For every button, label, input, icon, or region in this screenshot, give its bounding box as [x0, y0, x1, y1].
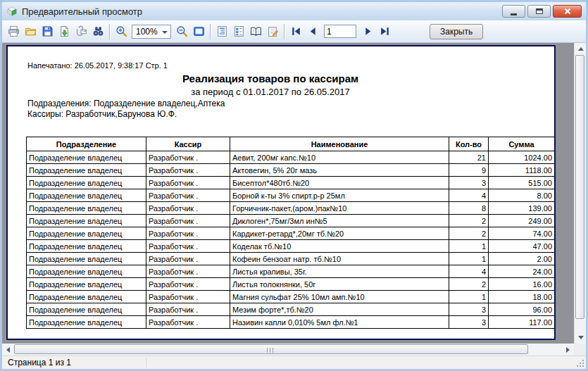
arrow-right-icon [566, 347, 570, 353]
first-page-button[interactable] [287, 23, 304, 40]
table-cell: 3 [449, 316, 489, 329]
prev-page-button[interactable] [304, 23, 321, 40]
table-cell: Подразделение владелец [27, 227, 146, 240]
table-cell: Називин капли 0,010% 5мл фл.№1 [230, 316, 449, 329]
minimize-button[interactable] [502, 5, 525, 18]
scrollbar-corner [574, 344, 586, 356]
print-button[interactable] [5, 23, 22, 40]
edit-page-button[interactable] [264, 23, 281, 40]
statusbar: Страница 1 из 1 [2, 356, 586, 369]
book-view-button[interactable] [247, 23, 264, 40]
table-cell: 1 [449, 291, 489, 303]
report-subtitle: за период с 01.01.2017 по 26.05.2017 [8, 87, 533, 97]
table-cell: Подразделение владелец [27, 253, 146, 265]
minimize-icon [511, 13, 517, 15]
table-cell: Подразделение владелец [27, 291, 146, 303]
table-cell: Разработчик . [146, 177, 230, 189]
table-cell: Подразделение владелец [27, 265, 146, 278]
outline-icon [216, 25, 228, 37]
table-cell: Подразделение владелец [27, 278, 146, 291]
table-cell: Кардикет-ретард*,20мг тб.№20 [230, 227, 449, 240]
table-cell: 9 [449, 164, 489, 177]
scroll-down-button[interactable] [575, 332, 587, 344]
divisions-line: Подразделения: Подразделение владелец,Ап… [27, 99, 225, 108]
close-preview-button[interactable]: Закрыть [430, 24, 483, 39]
table-cell: 2 [449, 278, 489, 291]
table-cell: Подразделение владелец [27, 303, 146, 316]
thumbnails-button[interactable] [230, 23, 247, 40]
table-cell: Разработчик . [146, 303, 230, 316]
table-cell: 8 [449, 202, 489, 215]
maximize-icon [536, 8, 543, 14]
outline-button[interactable] [213, 23, 230, 40]
table-cell: 1024.00 [489, 151, 555, 164]
printed-stamp: Напечатано: 26.05.2017, 9:38:17 Стр. 1 [27, 61, 168, 70]
close-window-button[interactable] [553, 5, 582, 18]
scroll-right-button[interactable] [562, 344, 574, 356]
table-cell: Борной к-ты 3% спирт.р-р 25мл [230, 189, 449, 202]
toolbar-separator [109, 24, 110, 39]
table-row: Подразделение владелецРазработчик .Листь… [27, 278, 555, 291]
scroll-left-button[interactable] [2, 344, 14, 356]
next-page-icon [362, 25, 374, 37]
email-button[interactable] [73, 23, 89, 40]
report-title: Реализация товаров по кассирам [8, 73, 533, 84]
table-row: Подразделение владелецРазработчик .Листь… [27, 265, 555, 278]
table-cell: 8.00 [489, 189, 555, 202]
toolbar-separator [210, 24, 211, 39]
table-cell: 1 [449, 253, 489, 265]
scroll-up-button[interactable] [575, 43, 587, 55]
table-cell: Подразделение владелец [27, 215, 146, 227]
print-icon [8, 25, 20, 37]
maximize-button[interactable] [527, 5, 551, 18]
table-row: Подразделение владелецРазработчик .Магни… [27, 291, 555, 303]
export-icon [58, 25, 70, 37]
close-icon [564, 8, 571, 15]
open-button[interactable] [22, 23, 39, 40]
last-page-icon [379, 25, 391, 37]
zoom-out-button[interactable] [173, 23, 190, 40]
export-button[interactable] [56, 23, 73, 40]
table-cell: Аевит, 200мг капс.№10 [230, 151, 449, 164]
table-cell: 74.00 [489, 227, 555, 240]
table-cell: 18.00 [489, 291, 555, 303]
resize-grip[interactable] [582, 365, 584, 367]
table-cell: Разработчик . [146, 240, 230, 253]
table-cell: Подразделение владелец [27, 177, 146, 189]
last-page-button[interactable] [376, 23, 393, 40]
horizontal-scrollbar-thumb[interactable] [14, 344, 528, 354]
table-row: Подразделение владелецРазработчик .Кофеи… [27, 253, 555, 265]
table-cell: Бисептол*480тб.№20 [230, 177, 449, 189]
book-view-icon [250, 25, 262, 37]
table-cell: Кофеин бензоат натр. тб.№10 [230, 253, 449, 265]
save-icon [42, 25, 54, 37]
toolbar-separator [284, 24, 284, 39]
fit-page-button[interactable] [190, 23, 207, 40]
scrollbar-grip-icon [267, 348, 275, 353]
horizontal-scrollbar[interactable] [2, 344, 574, 356]
table-cell: 249.00 [489, 215, 555, 227]
table-cell: Разработчик . [146, 227, 230, 240]
green-box-icon [6, 6, 18, 17]
zoom-combobox[interactable]: 100% [132, 25, 171, 39]
vertical-scrollbar-thumb[interactable] [575, 55, 584, 319]
table-row: Подразделение владелецРазработчик .Бисеп… [27, 177, 555, 189]
table-cell: Актовегин, 5% 20г мазь [230, 164, 449, 177]
zoom-in-button[interactable] [113, 23, 130, 40]
column-header-quantity: Кол-во [449, 137, 489, 151]
find-binoculars-icon [92, 25, 104, 37]
find-button[interactable] [89, 23, 106, 40]
table-cell: Подразделение владелец [27, 164, 146, 177]
save-button[interactable] [39, 23, 56, 40]
table-cell: Подразделение владелец [27, 151, 146, 164]
table-cell: 2 [449, 227, 489, 240]
table-cell: Мезим форте*,тб.№20 [230, 303, 449, 316]
cashiers-line: Кассиры: Разработчик,Барунова Ю.Ф. [27, 109, 177, 119]
column-header-sum: Сумма [489, 137, 555, 151]
vertical-scrollbar[interactable] [574, 43, 586, 344]
table-cell: Диклоген*,75мг/3мл ин№5 [230, 215, 449, 227]
table-row: Подразделение владелецРазработчик .Кодел… [27, 240, 555, 253]
page-number-input[interactable] [324, 25, 356, 38]
window-title: Предварительный просмотр [22, 6, 502, 17]
next-page-button[interactable] [359, 23, 376, 40]
